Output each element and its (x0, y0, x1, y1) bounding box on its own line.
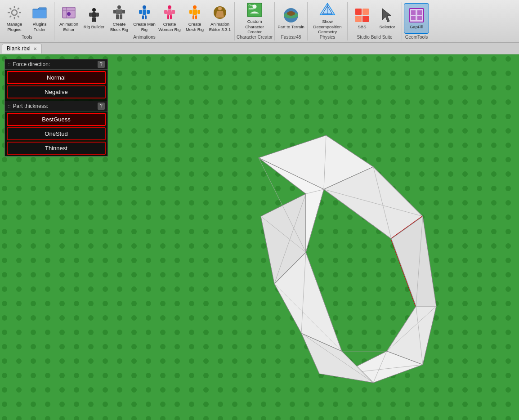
toolbar-group-char-creator: Char acter Custom CharacterCreator Chara… (235, 2, 275, 40)
svg-rect-62 (411, 10, 416, 15)
force-normal-button[interactable]: Normal (7, 71, 106, 84)
svg-rect-42 (195, 15, 197, 19)
svg-text:Char: Char (249, 4, 255, 7)
gear-icon (6, 4, 22, 21)
svg-point-14 (92, 8, 96, 12)
svg-point-51 (287, 11, 295, 16)
tab-close-button[interactable]: ✕ (33, 46, 37, 51)
svg-point-26 (143, 5, 146, 9)
woman-rig-icon (161, 4, 178, 21)
3d-shape (171, 113, 477, 419)
animation-editor-331-button[interactable]: Animation Editor 3.3.1 (207, 3, 233, 34)
svg-rect-27 (143, 9, 146, 15)
selector-icon (379, 7, 395, 23)
shape-svg (171, 113, 477, 419)
create-mesh-rig-button[interactable]: Create Mesh Rig (182, 3, 207, 34)
char-creator-group-label: Character Creator (237, 35, 273, 40)
part-to-terrain-label: Part to Terrain (277, 24, 304, 29)
mesh-rig-icon (187, 4, 203, 21)
svg-point-32 (168, 5, 171, 9)
gapfill-button[interactable]: GapFill (404, 3, 429, 34)
animation-editor-button[interactable]: Animation Editor (56, 3, 81, 34)
force-negative-button[interactable]: Negative (7, 85, 106, 98)
svg-rect-57 (362, 9, 369, 15)
animation-editor-label: Animation Editor (57, 22, 81, 32)
decomp-icon (319, 2, 336, 18)
fastcar48-group-label: Fastcar48 (277, 35, 305, 40)
toolbar-group-fastcar48: Part to Terrain Fastcar48 (275, 2, 308, 40)
sbs-label: SBS (358, 24, 367, 29)
force-direction-header: :: Force direction: ? (5, 59, 107, 70)
svg-rect-15 (92, 12, 96, 18)
svg-line-8 (10, 16, 12, 18)
svg-point-13 (67, 12, 71, 16)
manage-plugins-button[interactable]: Manage Plugins (2, 3, 27, 34)
custom-character-button[interactable]: Char acter Custom CharacterCreator (239, 3, 270, 34)
animation-editor-331-label: Animation Editor 3.3.1 (208, 22, 232, 32)
svg-rect-18 (92, 18, 94, 22)
svg-rect-59 (362, 16, 369, 22)
svg-point-20 (117, 5, 121, 9)
rig-builder-button[interactable]: Rig Builder (81, 3, 107, 34)
svg-marker-60 (382, 9, 391, 22)
svg-text:acter: acter (249, 8, 255, 10)
thickness-onestud-button[interactable]: OneStud (7, 127, 106, 140)
create-block-rig-button[interactable]: Create Block Rig (107, 3, 132, 34)
rig-builder-label: Rig Builder (84, 24, 104, 29)
part-thickness-help[interactable]: ? (98, 103, 105, 110)
svg-rect-30 (142, 15, 144, 19)
svg-rect-29 (147, 10, 150, 14)
geomtools-group-label: GeomTools (404, 35, 429, 40)
svg-rect-28 (139, 10, 142, 14)
animation-editor-331-icon (212, 4, 228, 21)
tab-blank-rbxl[interactable]: Blank.rbxl ✕ (2, 44, 42, 54)
svg-rect-25 (120, 14, 122, 19)
toolbar: Manage Plugins Plugins Folder Tools (0, 0, 519, 43)
plugins-folder-button[interactable]: Plugins Folder (27, 3, 52, 34)
toolbar-group-tools: Manage Plugins Plugins Folder Tools (0, 2, 54, 40)
svg-line-6 (18, 16, 19, 18)
animation-editor-icon (61, 4, 77, 21)
svg-rect-63 (417, 10, 422, 15)
svg-rect-24 (116, 14, 119, 19)
selector-label: Selector (380, 24, 395, 29)
create-mesh-rig-label: Create Mesh Rig (183, 22, 206, 32)
force-direction-title: Force direction: (13, 61, 50, 67)
gapfill-label: GapFill (410, 24, 423, 29)
sbs-icon (354, 7, 370, 23)
part-thickness-title: Part thickness: (13, 103, 49, 109)
svg-rect-34 (172, 10, 175, 14)
toolbar-group-physics: Show Decomposition Geometry Physics (308, 2, 348, 40)
thickness-bestguess-button[interactable]: BestGuess (7, 113, 106, 126)
gapfill-icon (408, 7, 425, 23)
viewport: :: Force direction: ? Normal Negative ::… (0, 54, 519, 420)
block-rig-icon (111, 4, 127, 21)
tools-group-label: Tools (2, 35, 52, 40)
create-man-rig-label: Create Man Rig (133, 22, 156, 32)
sbs-button[interactable]: SBS (349, 3, 375, 34)
show-decomp-button[interactable]: Show Decomposition Geometry (309, 3, 345, 34)
svg-point-37 (193, 5, 197, 9)
part-thickness-header: :: Part thickness: ? (5, 101, 107, 112)
svg-rect-56 (355, 9, 362, 15)
animations-group-label: Animations (56, 35, 233, 40)
create-man-rig-button[interactable]: Create Man Rig (132, 3, 157, 34)
drag-handle: :: (8, 62, 11, 67)
create-woman-rig-label: Create Woman Rig (158, 22, 181, 32)
svg-point-0 (12, 10, 17, 15)
side-panel: :: Force direction: ? Normal Negative ::… (4, 59, 108, 156)
plugins-folder-label: Plugins Folder (28, 22, 51, 32)
svg-rect-19 (94, 18, 96, 22)
create-block-rig-label: Create Block Rig (107, 22, 131, 32)
part-to-terrain-icon (283, 7, 299, 23)
force-direction-help[interactable]: ? (98, 61, 105, 68)
custom-char-icon: Char acter (246, 2, 263, 18)
toolbar-group-geomtools: GapFill GeomTools (402, 2, 431, 40)
selector-button[interactable]: Selector (375, 3, 400, 34)
part-to-terrain-button[interactable]: Part to Terrain (277, 3, 305, 34)
force-direction-section: :: Force direction: ? Normal Negative (5, 59, 107, 98)
thickness-thinnest-button[interactable]: Thinnest (7, 142, 106, 155)
svg-rect-35 (167, 15, 169, 19)
physics-group-label: Physics (309, 35, 345, 40)
create-woman-rig-button[interactable]: Create Woman Rig (157, 3, 182, 34)
